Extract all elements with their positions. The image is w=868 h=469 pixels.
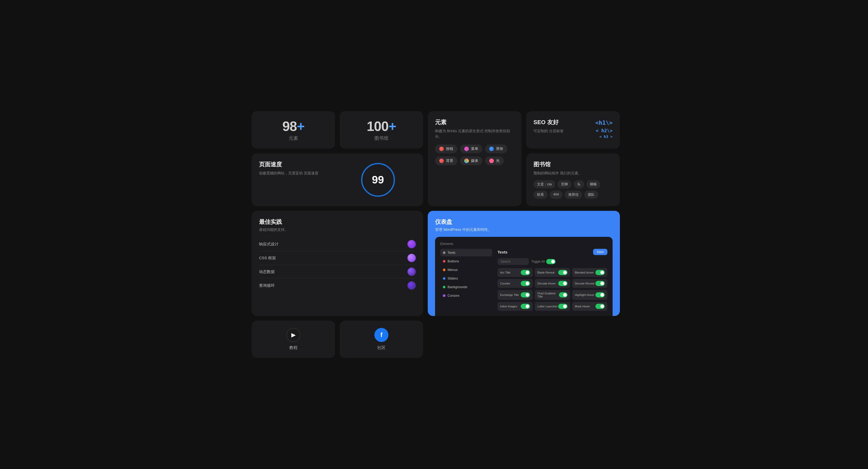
dashboard-desc: 管理 WordPress 中的元素和特性。 bbox=[435, 227, 613, 232]
speed-info: 页面速度 创建震撼的网站，无需妥协 页面速度 bbox=[259, 161, 335, 199]
tag-menus[interactable]: 菜单 bbox=[460, 145, 483, 153]
practice-item-1: CSS 框架 bbox=[259, 251, 416, 265]
tag-dot-light bbox=[489, 158, 494, 163]
lib-tag-contact[interactable]: 联系 bbox=[533, 190, 548, 199]
dash-row-arc-title: Arc Title bbox=[498, 268, 533, 277]
toggle-blended-hover[interactable] bbox=[595, 270, 605, 275]
dash-dot-menus bbox=[443, 269, 445, 271]
practice-ball-1 bbox=[407, 254, 416, 262]
seo-code: <h1\> < h2\> < h3 > bbox=[595, 118, 613, 139]
dash-row-counter: Counter bbox=[498, 279, 533, 288]
social-card[interactable]: f 社区 bbox=[340, 321, 423, 358]
toggle-all-label: Toggle All bbox=[531, 260, 545, 263]
dash-row-blended-hover: Blended Hover bbox=[572, 268, 608, 277]
dash-sidebar-texts[interactable]: Texts bbox=[440, 249, 492, 256]
main-grid: 98+ 元素 100+ 图书馆 元素 构建为 Bricks 元素的原生形式 控制… bbox=[252, 111, 616, 358]
toggle-decode-hover[interactable] bbox=[558, 281, 567, 286]
practice-item-0: 响应式设计 bbox=[259, 237, 416, 251]
dash-section-label: Elements bbox=[440, 242, 608, 246]
dash-sidebar-cursors[interactable]: Cursors bbox=[440, 292, 492, 299]
library-tags: 文是：cta 页脚 头 横幅 联系 404 推荐信 团队 bbox=[533, 180, 613, 199]
toggle-letter-launcher[interactable] bbox=[558, 304, 567, 309]
search-row: Toggle All bbox=[498, 258, 608, 265]
lib-tag-testimonial[interactable]: 推荐信 bbox=[565, 190, 582, 199]
lib-tag-404[interactable]: 404 bbox=[550, 190, 563, 199]
dash-dot-sliders bbox=[443, 277, 445, 280]
toggle-fluid-gradient[interactable] bbox=[559, 292, 567, 298]
library-number: 100+ bbox=[367, 118, 396, 134]
toggle-highlight-hover[interactable] bbox=[595, 292, 605, 298]
practice-label-0: 响应式设计 bbox=[259, 242, 279, 247]
dash-sidebar-buttons[interactable]: Buttons bbox=[440, 257, 492, 265]
practice-ball-0 bbox=[407, 240, 416, 248]
toggle-all-switch[interactable] bbox=[546, 259, 556, 264]
speed-meter: 99 bbox=[340, 161, 416, 199]
toggle-all-row: Toggle All bbox=[531, 259, 556, 264]
tag-row-1: 按钮 菜单 滑块 bbox=[435, 145, 514, 153]
save-button[interactable]: Save bbox=[593, 249, 608, 255]
tag-dot-sliders bbox=[489, 147, 494, 151]
speed-title: 页面速度 bbox=[259, 161, 335, 168]
lib-tag-banner[interactable]: 横幅 bbox=[586, 180, 600, 188]
dash-header-row: Texts Save bbox=[498, 249, 608, 255]
lib-tag-cta[interactable]: 文是：cta bbox=[533, 180, 555, 188]
dash-row-blade-reveal: Blade Reveal bbox=[535, 268, 570, 277]
dash-dot-cursors bbox=[443, 294, 445, 297]
elements-number: 98+ bbox=[282, 118, 304, 134]
search-input[interactable] bbox=[498, 258, 529, 265]
toggle-blade-reveal[interactable] bbox=[558, 270, 567, 275]
dash-dot-backgrounds bbox=[443, 286, 445, 288]
toggle-mask-hover[interactable] bbox=[595, 304, 605, 309]
tag-bg[interactable]: 背景 bbox=[435, 156, 458, 165]
dash-sidebar-sliders[interactable]: Sliders bbox=[440, 275, 492, 282]
best-subtitle: 基础功能的支持。 bbox=[259, 227, 416, 232]
best-practices-card: 最佳实践 基础功能的支持。 响应式设计 CSS 框架 动态数据 查询循环 bbox=[252, 211, 423, 316]
tag-light[interactable]: 光 bbox=[485, 156, 504, 165]
stat-library: 100+ 图书馆 bbox=[340, 111, 423, 149]
tutorial-card[interactable]: ▶ 教程 bbox=[252, 321, 335, 358]
speed-circle: 99 bbox=[361, 163, 395, 197]
lib-tag-team[interactable]: 团队 bbox=[584, 190, 598, 199]
toggle-decode-reveal[interactable] bbox=[595, 281, 605, 286]
lib-tag-footer[interactable]: 页脚 bbox=[557, 180, 571, 188]
tag-dot-buttons bbox=[439, 147, 444, 151]
dashboard-inner: Elements Texts Buttons Menus bbox=[435, 237, 613, 316]
dash-right: Texts Save Toggle All Arc Title bbox=[498, 249, 608, 311]
elements-title: 元素 bbox=[435, 118, 514, 126]
dash-sidebar-backgrounds[interactable]: Backgrounds bbox=[440, 283, 492, 291]
tag-sliders[interactable]: 滑块 bbox=[485, 145, 507, 153]
toggle-exchange-title[interactable] bbox=[521, 292, 530, 298]
dash-grid: Arc Title Blade Reveal Blended Hover bbox=[498, 268, 608, 311]
dashboard-card: 仪表盘 管理 WordPress 中的元素和特性。 Elements Texts… bbox=[428, 211, 620, 316]
elements-label: 元素 bbox=[289, 135, 298, 141]
facebook-icon: f bbox=[374, 328, 389, 342]
seo-text: SEO 友好 可定制的 分层标签 bbox=[533, 118, 564, 134]
seo-h2: < h2\> bbox=[595, 127, 613, 134]
practice-ball-2 bbox=[407, 268, 416, 276]
toggle-counter[interactable] bbox=[521, 281, 530, 286]
dash-dot-texts bbox=[443, 251, 445, 254]
dash-dot-buttons bbox=[443, 260, 445, 262]
dash-sidebar-menus[interactable]: Menus bbox=[440, 266, 492, 274]
dash-row-decode-reveal: Decode Reveal bbox=[572, 279, 608, 288]
dash-row-letter-launcher: Letter Launcher bbox=[535, 302, 570, 311]
dash-row-inline-images: Inline Images bbox=[498, 302, 533, 311]
elements-card: 元素 构建为 Bricks 元素的原生形式 控制并按类别划分。 按钮 菜单 滑块… bbox=[428, 111, 522, 206]
social-label: 社区 bbox=[377, 345, 385, 351]
library-desc: 预制的网站组件 我们的元素。 bbox=[533, 170, 613, 176]
stat-elements: 98+ 元素 bbox=[252, 111, 335, 149]
tag-media[interactable]: 媒体 bbox=[460, 156, 483, 165]
tag-buttons[interactable]: 按钮 bbox=[435, 145, 458, 153]
seo-h3: < h3 > bbox=[595, 134, 613, 139]
dash-content: Texts Buttons Menus Sliders bbox=[440, 249, 608, 311]
lib-tag-head[interactable]: 头 bbox=[574, 180, 584, 188]
library-card: 图书馆 预制的网站组件 我们的元素。 文是：cta 页脚 头 横幅 联系 404… bbox=[526, 153, 620, 206]
seo-card: SEO 友好 可定制的 分层标签 <h1\> < h2\> < h3 > bbox=[526, 111, 620, 149]
seo-h1: <h1\> bbox=[595, 118, 613, 127]
tag-dot-media bbox=[464, 158, 469, 163]
speed-desc: 创建震撼的网站，无需妥协 页面速度 bbox=[259, 170, 335, 176]
toggle-arc-title[interactable] bbox=[521, 270, 530, 275]
toggle-inline-images[interactable] bbox=[521, 304, 530, 309]
tutorial-label: 教程 bbox=[289, 345, 298, 351]
practice-label-1: CSS 框架 bbox=[259, 256, 276, 260]
